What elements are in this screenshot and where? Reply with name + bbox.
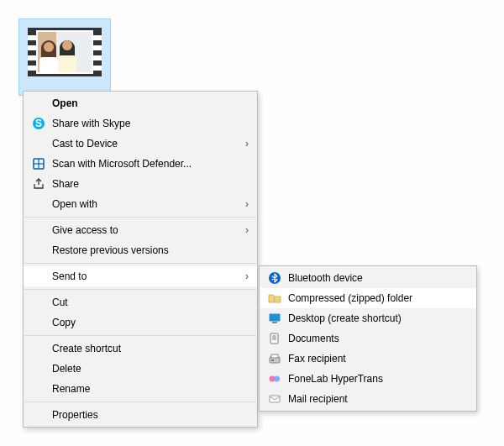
menu-label: Send to xyxy=(52,270,237,282)
menu-cut[interactable]: Cut xyxy=(24,292,257,312)
separator xyxy=(24,335,256,336)
chevron-right-icon: › xyxy=(237,270,249,282)
menu-label: Documents xyxy=(288,333,468,344)
svg-text:S: S xyxy=(35,118,42,129)
video-thumbnail xyxy=(28,28,102,76)
menu-cast[interactable]: Cast to Device › xyxy=(24,134,257,154)
svg-rect-8 xyxy=(272,322,277,323)
menu-create-shortcut[interactable]: Create shortcut xyxy=(24,338,257,359)
menu-share-skype[interactable]: S Share with Skype xyxy=(24,113,257,134)
menu-label: Bluetooth device xyxy=(288,272,468,284)
share-icon xyxy=(30,176,47,192)
menu-restore[interactable]: Restore previous versions xyxy=(24,240,257,260)
separator xyxy=(24,217,256,218)
hypertrans-icon xyxy=(266,370,283,387)
sendto-fax[interactable]: Fax recipient xyxy=(260,349,476,369)
sendto-mail[interactable]: Mail recipient xyxy=(260,389,476,409)
menu-label: Mail recipient xyxy=(288,393,468,405)
svg-rect-14 xyxy=(271,354,278,358)
svg-rect-9 xyxy=(270,333,278,344)
menu-label: Copy xyxy=(52,317,249,328)
desktop-icon xyxy=(266,310,283,327)
svg-rect-7 xyxy=(270,314,281,322)
svg-rect-15 xyxy=(271,359,274,361)
menu-label: Desktop (create shortcut) xyxy=(288,312,468,324)
svg-rect-6 xyxy=(274,296,276,302)
menu-label: Delete xyxy=(52,363,249,375)
defender-icon xyxy=(30,155,47,172)
menu-label: Create shortcut xyxy=(52,343,249,354)
separator xyxy=(24,263,256,264)
chevron-right-icon: › xyxy=(237,198,249,210)
menu-defender[interactable]: Scan with Microsoft Defender... xyxy=(24,154,257,174)
menu-share[interactable]: Share xyxy=(24,174,257,194)
zip-icon xyxy=(266,290,283,307)
chevron-right-icon: › xyxy=(237,138,249,150)
svg-point-17 xyxy=(274,376,280,382)
menu-label: Rename xyxy=(52,383,249,395)
menu-label: Share with Skype xyxy=(52,118,249,129)
sendto-bluetooth[interactable]: Bluetooth device xyxy=(260,268,476,288)
sendto-documents[interactable]: Documents xyxy=(260,328,476,349)
sendto-hypertrans[interactable]: FoneLab HyperTrans xyxy=(260,369,476,389)
menu-label: Restore previous versions xyxy=(52,244,249,256)
separator xyxy=(24,401,256,402)
sendto-desktop[interactable]: Desktop (create shortcut) xyxy=(260,308,476,328)
svg-rect-18 xyxy=(270,396,280,402)
menu-label: Fax recipient xyxy=(288,353,468,365)
menu-label: FoneLab HyperTrans xyxy=(288,373,468,385)
menu-label: Properties xyxy=(52,409,249,421)
context-menu: Open S Share with Skype Cast to Device ›… xyxy=(23,91,258,428)
menu-give-access[interactable]: Give access to › xyxy=(24,220,257,240)
menu-label: Open xyxy=(52,97,249,109)
menu-copy[interactable]: Copy xyxy=(24,312,257,333)
menu-rename[interactable]: Rename xyxy=(24,379,257,399)
bluetooth-icon xyxy=(266,270,283,286)
sendto-submenu: Bluetooth device Compressed (zipped) fol… xyxy=(259,265,477,412)
menu-label: Compressed (zipped) folder xyxy=(288,292,468,304)
skype-icon: S xyxy=(30,115,47,132)
menu-label: Scan with Microsoft Defender... xyxy=(52,158,249,170)
menu-send-to[interactable]: Send to › xyxy=(24,266,257,286)
chevron-right-icon: › xyxy=(237,224,249,236)
menu-properties[interactable]: Properties xyxy=(24,405,257,425)
sendto-zip[interactable]: Compressed (zipped) folder xyxy=(260,288,476,308)
menu-label: Give access to xyxy=(52,224,237,236)
menu-label: Cut xyxy=(52,296,249,308)
documents-icon xyxy=(266,330,283,347)
menu-open-with[interactable]: Open with › xyxy=(24,194,257,214)
mail-icon xyxy=(266,391,283,407)
menu-open[interactable]: Open xyxy=(24,93,257,113)
menu-delete[interactable]: Delete xyxy=(24,359,257,379)
menu-label: Open with xyxy=(52,198,237,210)
fax-icon xyxy=(266,350,283,367)
menu-label: Share xyxy=(52,178,249,190)
selected-file[interactable] xyxy=(18,18,111,96)
separator xyxy=(24,289,256,290)
menu-label: Cast to Device xyxy=(52,138,237,150)
